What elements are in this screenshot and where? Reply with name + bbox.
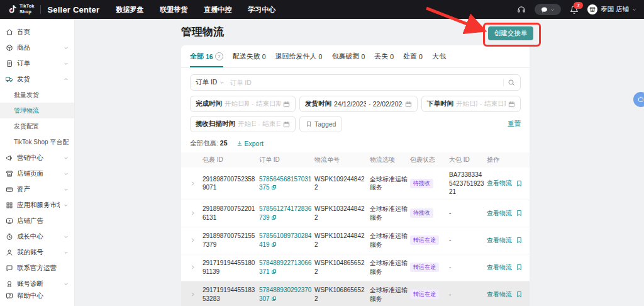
sidebar-item-10[interactable]: 资产 bbox=[0, 181, 74, 197]
order-id-link[interactable]: 578561089730284419 bbox=[259, 232, 312, 249]
complete-time-filter[interactable]: 完成时间 开始日期 - 结束日期 bbox=[190, 96, 296, 112]
tab-3[interactable]: 包裹破损 0 bbox=[331, 52, 365, 67]
shipping-option: 全球标准运输服务 bbox=[370, 175, 408, 192]
sidebar-item-help-center[interactable]: 帮助中心 bbox=[0, 292, 74, 300]
headset-support-icon[interactable] bbox=[517, 5, 526, 14]
sidebar-item-11[interactable]: 应用和服务市场 bbox=[0, 197, 74, 213]
shipping-option: 全球标准运输服务 bbox=[370, 205, 408, 222]
pickup-scan-time-filter[interactable]: 揽收扫描时间 开始日期 - 结束日期 bbox=[190, 116, 296, 132]
external-link-icon bbox=[271, 269, 277, 275]
home-icon bbox=[6, 28, 13, 36]
messages-button[interactable] bbox=[535, 4, 561, 15]
sidebar-item-12[interactable]: 店铺广告 bbox=[0, 213, 74, 229]
bookmark-icon[interactable] bbox=[516, 210, 523, 217]
view-logistics-link[interactable]: 查看物流 bbox=[487, 290, 512, 299]
sidebar-item-8[interactable]: 营销中心 bbox=[0, 150, 74, 166]
assets-icon bbox=[6, 186, 13, 193]
reset-filters-link[interactable]: 重置 bbox=[508, 120, 521, 128]
search-input[interactable] bbox=[228, 78, 499, 87]
total-packages-label: 全部包裹: bbox=[190, 139, 218, 147]
sidebar-item-3[interactable]: 发货 bbox=[0, 71, 74, 87]
sidebar-item-9[interactable]: 店铺页面 bbox=[0, 166, 74, 181]
order-id-link[interactable]: 578564568157031375 bbox=[259, 175, 312, 192]
table-row-2[interactable]: 2918987007521557379 578561089730284419 W… bbox=[181, 227, 530, 254]
bookmark-icon[interactable] bbox=[516, 291, 523, 298]
order-id-link[interactable]: 578488922713066371 bbox=[259, 259, 312, 276]
big-pack-id: - bbox=[449, 263, 484, 272]
table-row-1[interactable]: 2918987007522016131 578561274172836739 W… bbox=[181, 200, 530, 227]
main-content: 管理物流 创建交接单 全部 16 ? 配送失败 0 退回给发件人 0 包裹破损 … bbox=[74, 19, 644, 306]
notifications-button[interactable]: 7 bbox=[570, 5, 579, 14]
order-id-link[interactable]: 578561274172836739 bbox=[259, 205, 312, 222]
package-id: 2918987007521557379 bbox=[203, 232, 257, 249]
calendar-icon bbox=[283, 121, 290, 128]
account-icon bbox=[6, 249, 13, 256]
tab-0[interactable]: 全部 16 ? bbox=[190, 52, 223, 67]
view-logistics-link[interactable]: 查看物流 bbox=[487, 263, 512, 272]
bookmark-icon[interactable] bbox=[516, 237, 523, 244]
assistant-floating-button[interactable] bbox=[633, 92, 644, 107]
expand-row-icon[interactable] bbox=[190, 264, 200, 270]
view-logistics-link[interactable]: 查看物流 bbox=[487, 236, 512, 245]
package-id: 2918987007523589071 bbox=[203, 175, 257, 192]
external-link-icon bbox=[271, 184, 277, 190]
table-row-4[interactable]: 29171919445518353283 578488930292370307 … bbox=[181, 281, 530, 306]
status-badge: 待揽收 bbox=[410, 179, 433, 188]
tab-4[interactable]: 丢失 0 bbox=[374, 52, 394, 67]
nav-affiliate[interactable]: 联盟带货 bbox=[160, 5, 187, 14]
chevron-down-icon bbox=[64, 187, 69, 192]
sidebar-item-1[interactable]: 商品 bbox=[0, 40, 74, 55]
bookmark-icon[interactable] bbox=[516, 264, 523, 271]
nav-learning-center[interactable]: 学习中心 bbox=[248, 5, 275, 14]
marketing-icon bbox=[6, 154, 13, 162]
create-handover-button[interactable]: 创建交接单 bbox=[488, 26, 533, 40]
order-id-link[interactable]: 578488930292370307 bbox=[259, 286, 312, 303]
table-row-0[interactable]: 2918987007523589071 578564568157031375 W… bbox=[181, 167, 530, 200]
nav-data-compass[interactable]: 数据罗盘 bbox=[116, 5, 143, 14]
sidebar-item-14[interactable]: 我的账号 bbox=[0, 244, 74, 260]
ship-time-filter[interactable]: 发货时间 24/12/2023 17:1 - 22/02/2024 17: bbox=[299, 96, 418, 112]
status-badge: 转运在途 bbox=[410, 290, 439, 299]
sidebar-item-5[interactable]: 管理物流 bbox=[0, 103, 74, 118]
sidebar-item-6[interactable]: 发货配置 bbox=[0, 118, 74, 134]
tab-5[interactable]: 处置 0 bbox=[403, 52, 423, 67]
sidebar-item-15[interactable]: 联系官方运营 bbox=[0, 260, 74, 276]
info-icon: ? bbox=[215, 52, 223, 60]
table-body: 2918987007523589071 578564568157031375 W… bbox=[181, 167, 530, 306]
avatar bbox=[587, 4, 597, 14]
sidebar-item-16[interactable]: 账号诊断 bbox=[0, 276, 74, 292]
tiktok-note-icon bbox=[8, 4, 17, 15]
view-logistics-link[interactable]: 查看物流 bbox=[487, 209, 512, 218]
account-menu[interactable]: 泰国 店铺 bbox=[587, 4, 636, 14]
sidebar-item-0[interactable]: 首页 bbox=[0, 24, 74, 40]
view-logistics-link[interactable]: 查看物流 bbox=[487, 179, 512, 188]
tab-1[interactable]: 配送失败 0 bbox=[233, 52, 266, 67]
search-icon[interactable] bbox=[508, 79, 515, 86]
sidebar-item-7[interactable]: TikTok Shop 平台配送 bbox=[0, 134, 74, 150]
chevron-down-icon bbox=[64, 234, 69, 239]
nav-live-center[interactable]: 直播中控 bbox=[204, 5, 231, 14]
search-field-selector[interactable]: 订单 ID bbox=[196, 78, 225, 87]
sidebar-item-2[interactable]: 订单 bbox=[0, 55, 74, 71]
chevron-down-icon bbox=[632, 8, 636, 12]
tab-2[interactable]: 退回给发件人 0 bbox=[275, 52, 323, 67]
sidebar-item-13[interactable]: 成长中心 bbox=[0, 229, 74, 244]
tagged-filter-button[interactable]: Tagged bbox=[299, 116, 342, 132]
expand-row-icon[interactable] bbox=[190, 181, 200, 186]
expand-row-icon[interactable] bbox=[190, 237, 200, 243]
order-time-filter[interactable]: 下单时间 开始日期 - 结束日期 bbox=[421, 96, 521, 112]
sidebar: 首页商品订单发货批量发货管理物流发货配置TikTok Shop 平台配送营销中心… bbox=[0, 19, 75, 306]
tiktok-shop-logo[interactable]: TikTok Shop bbox=[8, 4, 34, 14]
expand-row-icon[interactable] bbox=[190, 292, 200, 297]
apps-icon bbox=[6, 201, 13, 209]
seller-center-title[interactable]: Seller Center bbox=[47, 5, 99, 14]
calendar-icon bbox=[405, 101, 412, 108]
status-badge: 待揽收 bbox=[410, 208, 433, 218]
shipping-icon bbox=[6, 76, 13, 83]
table-row-3[interactable]: 29171919445518091139 578488922713066371 … bbox=[181, 254, 530, 281]
bookmark-icon[interactable] bbox=[516, 180, 523, 187]
sidebar-item-4[interactable]: 批量发货 bbox=[0, 87, 74, 103]
export-button[interactable]: Export bbox=[236, 140, 264, 147]
tab-6[interactable]: 大包 bbox=[432, 52, 446, 67]
expand-row-icon[interactable] bbox=[190, 210, 200, 216]
